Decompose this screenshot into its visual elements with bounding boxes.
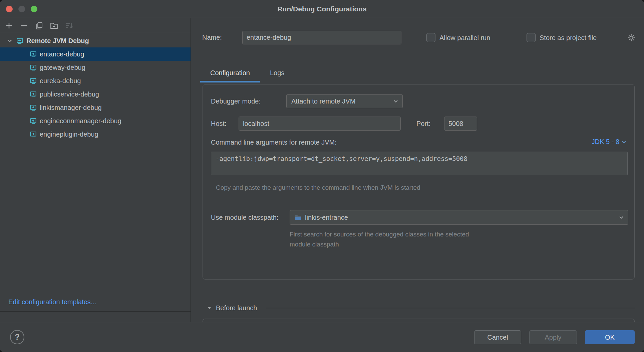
tree-item-label: gateway-debug bbox=[40, 64, 85, 71]
remote-jvm-debug-icon bbox=[30, 51, 37, 58]
jdk-version-selector[interactable]: JDK 5 - 8 bbox=[592, 138, 627, 146]
sort-configurations-icon[interactable] bbox=[65, 21, 73, 30]
debugger-mode-value: Attach to remote JVM bbox=[291, 98, 355, 105]
command-line-hint: Copy and paste the arguments to the comm… bbox=[216, 184, 420, 191]
chevron-down-icon bbox=[392, 98, 399, 105]
tree-item-engineplugin-debug[interactable]: engineplugin-debug bbox=[0, 128, 191, 141]
remove-configuration-icon[interactable] bbox=[20, 21, 28, 30]
tree-item-label: engineplugin-debug bbox=[40, 131, 98, 138]
config-tabs: Configuration Logs bbox=[191, 65, 294, 82]
remote-jvm-debug-icon bbox=[30, 91, 37, 98]
allow-parallel-run-label: Allow parallel run bbox=[439, 34, 490, 42]
ok-button[interactable]: OK bbox=[585, 330, 635, 344]
tree-group-label: Remote JVM Debug bbox=[26, 37, 89, 45]
new-folder-icon[interactable] bbox=[50, 21, 58, 30]
debugger-mode-select[interactable]: Attach to remote JVM bbox=[286, 94, 403, 108]
remote-jvm-debug-icon bbox=[30, 64, 37, 71]
store-as-project-file-checkbox[interactable] bbox=[527, 33, 536, 42]
tree-toolbar bbox=[0, 18, 191, 33]
apply-button[interactable]: Apply bbox=[529, 330, 577, 344]
chevron-down-icon bbox=[618, 214, 625, 221]
remote-jvm-debug-icon bbox=[30, 77, 37, 84]
configuration-panel: Debugger mode: Attach to remote JVM Host… bbox=[203, 84, 635, 280]
store-as-project-file-label: Store as project file bbox=[540, 34, 597, 42]
dialog-footer: ? Cancel Apply OK bbox=[0, 322, 644, 352]
name-input[interactable] bbox=[242, 31, 401, 44]
jdk-version-value: JDK 5 - 8 bbox=[592, 138, 619, 146]
tree-item-entance-debug[interactable]: entance-debug bbox=[0, 47, 191, 61]
module-classpath-select[interactable]: linkis-entrance bbox=[290, 210, 628, 225]
configurations-tree: Remote JVM Debug entance-debug gateway-d… bbox=[0, 33, 191, 141]
host-input[interactable] bbox=[239, 117, 401, 131]
allow-parallel-run-checkbox[interactable] bbox=[426, 33, 435, 42]
tree-item-label: linkismanager-debug bbox=[40, 104, 102, 112]
command-line-arguments-label: Command line arguments for remote JVM: bbox=[211, 139, 337, 146]
tree-item-eureka-debug[interactable]: eureka-debug bbox=[0, 74, 191, 87]
tree-item-label: engineconnmanager-debug bbox=[40, 117, 121, 125]
before-launch-section-header[interactable]: Before launch bbox=[207, 304, 635, 312]
tree-item-label: eureka-debug bbox=[40, 77, 81, 85]
add-configuration-icon[interactable] bbox=[5, 21, 13, 30]
before-launch-label: Before launch bbox=[216, 304, 257, 312]
tree-group-remote-jvm-debug[interactable]: Remote JVM Debug bbox=[0, 34, 191, 47]
window-title: Run/Debug Configurations bbox=[0, 0, 644, 18]
port-label: Port: bbox=[416, 120, 430, 128]
run-debug-configurations-dialog: Run/Debug Configurations Remote JVM Debu… bbox=[0, 0, 644, 352]
use-module-classpath-label: Use module classpath: bbox=[211, 214, 278, 221]
cancel-button[interactable]: Cancel bbox=[474, 330, 521, 344]
tree-item-engineconnmanager-debug[interactable]: engineconnmanager-debug bbox=[0, 114, 191, 128]
port-input[interactable] bbox=[444, 117, 477, 131]
tab-logs-label: Logs bbox=[270, 69, 284, 76]
tab-configuration-label: Configuration bbox=[210, 69, 250, 76]
sidebar-divider bbox=[0, 311, 191, 312]
configuration-form: Name: Allow parallel run Store as projec… bbox=[191, 18, 644, 322]
configurations-sidebar: Remote JVM Debug entance-debug gateway-d… bbox=[0, 18, 191, 322]
tree-item-linkismanager-debug[interactable]: linkismanager-debug bbox=[0, 101, 191, 114]
footer-buttons: Cancel Apply OK bbox=[474, 330, 635, 344]
tree-item-label: publicservice-debug bbox=[40, 91, 99, 98]
section-rule bbox=[266, 308, 635, 308]
module-folder-icon bbox=[295, 214, 302, 221]
help-button[interactable]: ? bbox=[10, 330, 24, 344]
host-label: Host: bbox=[211, 120, 227, 128]
debugger-mode-label: Debugger mode: bbox=[211, 98, 261, 105]
module-classpath-hint: First search for sources of the debugged… bbox=[290, 229, 469, 249]
edit-configuration-templates-link[interactable]: Edit configuration templates... bbox=[8, 298, 96, 306]
chevron-down-icon bbox=[621, 139, 627, 145]
name-label: Name: bbox=[202, 34, 222, 41]
triangle-down-icon bbox=[207, 305, 212, 311]
tree-item-gateway-debug[interactable]: gateway-debug bbox=[0, 61, 191, 74]
tab-logs[interactable]: Logs bbox=[260, 65, 294, 82]
chevron-down-icon[interactable] bbox=[6, 37, 13, 44]
remote-jvm-debug-icon bbox=[16, 37, 23, 44]
remote-jvm-debug-icon bbox=[30, 131, 37, 138]
command-line-arguments-field[interactable]: -agentlib:jdwp=transport=dt_socket,serve… bbox=[211, 152, 628, 175]
tree-item-publicservice-debug[interactable]: publicservice-debug bbox=[0, 87, 191, 101]
titlebar: Run/Debug Configurations bbox=[0, 0, 644, 18]
tab-configuration[interactable]: Configuration bbox=[200, 65, 260, 82]
module-classpath-value: linkis-entrance bbox=[305, 214, 348, 221]
gear-icon[interactable] bbox=[627, 33, 636, 42]
remote-jvm-debug-icon bbox=[30, 118, 37, 125]
remote-jvm-debug-icon bbox=[30, 104, 37, 111]
copy-configuration-icon[interactable] bbox=[35, 21, 43, 30]
tree-item-label: entance-debug bbox=[40, 50, 84, 58]
